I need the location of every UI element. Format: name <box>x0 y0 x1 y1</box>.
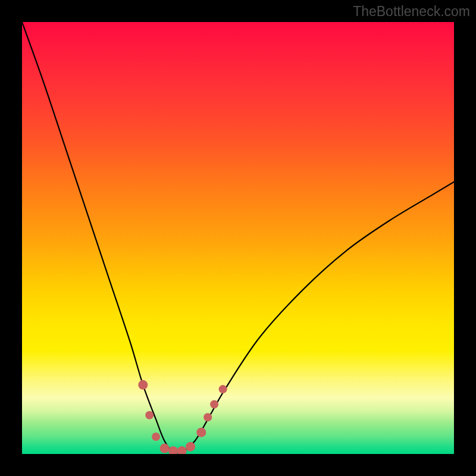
curve-beads <box>138 380 227 454</box>
bead <box>138 380 148 390</box>
bead <box>219 385 227 393</box>
bead <box>203 413 212 421</box>
bead <box>145 411 154 419</box>
chart-canvas: TheBottleneck.com <box>0 0 476 476</box>
bead <box>168 446 178 454</box>
curve-layer <box>22 22 454 454</box>
bottleneck-curve <box>22 22 454 453</box>
watermark: TheBottleneck.com <box>353 4 470 20</box>
bead <box>196 428 206 437</box>
bead <box>210 400 218 409</box>
bead <box>152 433 160 441</box>
bead <box>177 446 187 454</box>
bead <box>160 444 170 453</box>
bead <box>186 442 195 452</box>
plot-area <box>22 22 454 454</box>
